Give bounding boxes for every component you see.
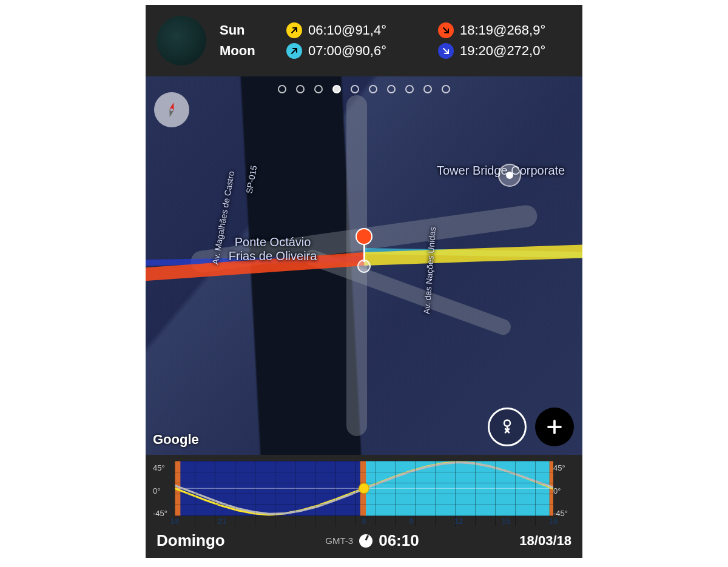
svg-marker-1 — [167, 109, 174, 118]
ephemeris-table: Sun 06:10@91,4° 18:19@268,9° Moon 07:00@… — [220, 22, 571, 59]
arrow-down-right-icon — [438, 43, 454, 59]
x-tick: 21 — [218, 517, 226, 526]
current-time: 06:10 — [379, 531, 419, 550]
moon-set-value: 19:20@272,0° — [460, 43, 545, 59]
page-dot[interactable] — [278, 85, 286, 93]
moon-row-label: Moon — [220, 43, 268, 59]
x-tick: 18 — [549, 517, 558, 526]
sun-set-value: 18:19@268,9° — [460, 22, 545, 38]
page-dot[interactable] — [314, 85, 323, 93]
svg-point-2 — [504, 420, 510, 426]
arrow-down-right-icon — [438, 22, 454, 38]
compass-button[interactable] — [154, 92, 189, 127]
sun-rise-cell: 06:10@91,4° — [286, 22, 420, 38]
page-indicator[interactable] — [278, 85, 450, 93]
page-dot[interactable] — [351, 85, 359, 93]
arrow-up-right-icon — [286, 22, 302, 38]
add-button[interactable] — [535, 408, 574, 446]
y-tick: 0° — [153, 486, 175, 495]
page-dot[interactable] — [369, 85, 377, 93]
moon-phase-icon — [157, 16, 206, 65]
ephemeris-header: Sun 06:10@91,4° 18:19@268,9° Moon 07:00@… — [146, 5, 582, 76]
pin-base-icon — [357, 260, 371, 273]
timezone-label: GMT-3 — [325, 535, 353, 546]
location-pin[interactable] — [356, 228, 372, 273]
day-of-week[interactable]: Domingo — [157, 531, 225, 550]
clock-icon — [359, 534, 372, 548]
x-tick: 6 — [362, 517, 366, 526]
plus-icon — [545, 418, 564, 436]
page-dot[interactable] — [405, 85, 414, 93]
waypoint-marker[interactable] — [498, 164, 521, 187]
sun-rise-value: 06:10@91,4° — [308, 22, 386, 38]
moon-rise-cell: 07:00@90,6° — [286, 43, 420, 59]
y-tick: 0° — [553, 486, 575, 495]
page-dot[interactable] — [296, 85, 305, 93]
current-date[interactable]: 18/03/18 — [519, 533, 571, 549]
map-controls — [488, 408, 574, 446]
pin-delete-button[interactable] — [488, 408, 527, 446]
pin-x-icon — [498, 418, 516, 436]
x-axis: 182169121518 — [175, 517, 553, 526]
x-tick: 12 — [454, 517, 463, 526]
arrow-up-right-icon — [286, 43, 302, 59]
map-poi-label-line: Ponte Octávio — [235, 235, 311, 249]
page-dot[interactable] — [423, 85, 432, 93]
map-poi-label: Ponte Octávio Frias de Oliveira — [229, 235, 317, 263]
map-view[interactable]: Tower Bridge Corporate Ponte Octávio Fri… — [146, 76, 582, 455]
sun-set-cell: 18:19@268,9° — [438, 22, 571, 38]
y-tick: 45° — [553, 463, 575, 472]
page-dot[interactable] — [387, 85, 396, 93]
timeline-panel: 45° 0° -45° 182169121518 45° 0° -45° Dom… — [146, 455, 582, 558]
elevation-chart[interactable]: 45° 0° -45° 182169121518 45° 0° -45° — [153, 461, 575, 526]
moon-set-cell: 19:20@272,0° — [438, 43, 571, 59]
timeline-footer: Domingo GMT-3 06:10 18/03/18 — [153, 526, 575, 550]
map-attribution: Google — [153, 432, 199, 448]
page-dot[interactable] — [332, 85, 341, 93]
sun-row-label: Sun — [220, 22, 268, 38]
x-tick: 18 — [170, 517, 179, 526]
moon-rise-value: 07:00@90,6° — [308, 43, 386, 59]
page-dot[interactable] — [442, 85, 450, 93]
svg-marker-0 — [169, 102, 175, 110]
pin-head-icon — [356, 228, 372, 245]
compass-needle-icon — [163, 101, 181, 119]
y-tick: 45° — [153, 463, 175, 472]
app-root: Sun 06:10@91,4° 18:19@268,9° Moon 07:00@… — [146, 5, 582, 558]
time-display[interactable]: GMT-3 06:10 — [325, 531, 419, 550]
x-tick: 9 — [409, 517, 413, 526]
chart-canvas[interactable]: 182169121518 — [175, 461, 553, 526]
x-tick: 15 — [502, 517, 510, 526]
map-poi-label-line: Frias de Oliveira — [229, 249, 317, 263]
